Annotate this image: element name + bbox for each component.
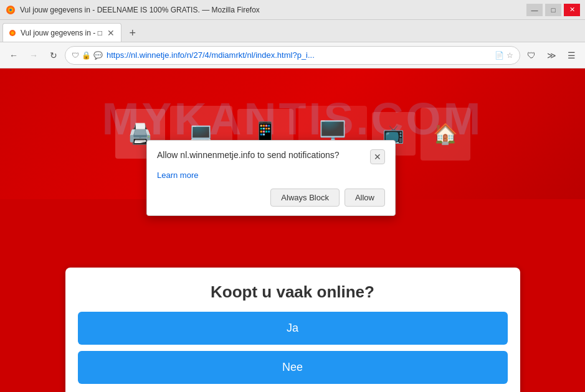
no-button[interactable]: Nee [78, 351, 508, 384]
back-button[interactable]: ← [5, 47, 22, 64]
window-title: Vul jouw gegevens in - DEELNAME IS 100% … [20, 6, 260, 14]
bookmark-star-icon[interactable]: ☆ [507, 51, 513, 60]
address-right-icons: 📄 ☆ [495, 51, 513, 60]
menu-button[interactable]: ☰ [563, 47, 580, 64]
url-input[interactable] [107, 50, 491, 60]
address-bar[interactable]: 🛡 🔒 💬 📄 ☆ [65, 46, 520, 65]
svg-point-2 [9, 9, 12, 11]
nav-right-icons: 🛡 ≫ ☰ [523, 47, 580, 64]
tab-bar: Vul jouw gegevens in - □ ✕ + [0, 20, 585, 42]
website-content: 🖨️ 💻 📱 🖥️ 📺 🏠 MYKANTIS.COM Koopt u vaak … [0, 68, 585, 392]
shield-icon: 🛡 [72, 51, 79, 60]
active-tab[interactable]: Vul jouw gegevens in - □ ✕ [2, 23, 121, 42]
forward-button[interactable]: → [25, 47, 42, 64]
reader-icon: 📄 [495, 51, 504, 60]
allow-button[interactable]: Allow [345, 189, 385, 207]
maximize-button[interactable]: □ [545, 4, 561, 16]
svg-point-4 [11, 31, 14, 34]
nav-bar: ← → ↻ 🛡 🔒 💬 📄 ☆ 🛡 ≫ ☰ [0, 42, 585, 68]
minimize-button[interactable]: — [526, 4, 543, 16]
title-bar-left: Vul jouw gegevens in - DEELNAME IS 100% … [5, 4, 260, 16]
tab-title: Vul jouw gegevens in - □ [21, 29, 102, 37]
close-tab-button[interactable]: ✕ [106, 28, 116, 38]
popup-close-button[interactable]: ✕ [370, 149, 385, 164]
popup-header: Allow nl.winnenmetje.info to send notifi… [157, 149, 385, 164]
extensions-button[interactable]: ≫ [543, 47, 560, 64]
title-bar: Vul jouw gegevens in - DEELNAME IS 100% … [0, 0, 585, 20]
tab-favicon-icon [8, 29, 17, 37]
survey-title: Koopt u vaak online? [78, 282, 508, 302]
notification-popup: Allow nl.winnenmetje.info to send notifi… [146, 140, 396, 216]
title-bar-controls: — □ ✕ [526, 4, 580, 16]
product-item: 🏠 [421, 108, 470, 161]
shield-addon-button[interactable]: 🛡 [523, 47, 540, 64]
survey-box: Koopt u vaak online? Ja Nee [65, 268, 520, 392]
popup-buttons: Always Block Allow [157, 189, 385, 207]
always-block-button[interactable]: Always Block [270, 189, 340, 207]
permissions-icon: 💬 [93, 51, 103, 60]
lock-icon: 🔒 [82, 51, 91, 60]
yes-button[interactable]: Ja [78, 312, 508, 345]
close-window-button[interactable]: ✕ [564, 4, 580, 16]
new-tab-button[interactable]: + [124, 24, 141, 42]
address-security-icons: 🛡 🔒 💬 [72, 51, 103, 60]
learn-more-link[interactable]: Learn more [157, 170, 198, 180]
popup-title: Allow nl.winnenmetje.info to send notifi… [157, 149, 364, 162]
refresh-button[interactable]: ↻ [45, 47, 62, 64]
firefox-logo-icon [5, 4, 16, 16]
